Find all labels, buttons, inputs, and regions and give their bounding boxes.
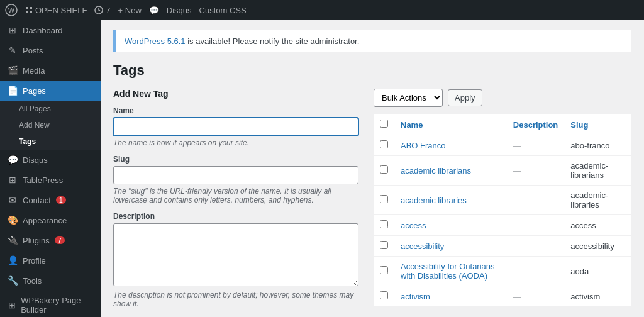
description-group: Description The description is not promi… — [113, 212, 358, 308]
topbar: W OPEN SHELF 7 + New 💬 Disqus Custom CSS — [0, 0, 644, 20]
sidebar-item-dashboard[interactable]: ⊞ Dashboard — [0, 20, 101, 40]
wp-logo[interactable]: W — [5, 4, 18, 16]
sidebar-item-contact[interactable]: ✉ Contact 1 — [0, 190, 101, 210]
name-input[interactable] — [113, 118, 358, 136]
slug-group: Slug The "slug" is the URL-friendly vers… — [113, 155, 358, 204]
apply-button[interactable]: Apply — [448, 89, 482, 106]
add-tag-form: Add New Tag Name The name is how it appe… — [113, 89, 358, 317]
tag-description: — — [513, 221, 521, 230]
tag-slug: aoda — [570, 267, 589, 276]
tag-name-link[interactable]: academic librarians — [401, 166, 471, 175]
tag-name-link[interactable]: accessibility — [401, 242, 444, 251]
update-count[interactable]: 7 — [94, 6, 110, 15]
slug-label: Slug — [113, 155, 358, 164]
slug-hint: The "slug" is the URL-friendly version o… — [113, 187, 358, 204]
description-hint: The description is not prominent by defa… — [113, 291, 358, 308]
table-row: academic librarians — academic-librarian… — [374, 156, 631, 186]
posts-icon: ✎ — [8, 45, 18, 55]
disqus-link[interactable]: Disqus — [167, 6, 192, 15]
wp-update-link[interactable]: WordPress 5.6.1 — [125, 36, 186, 46]
row-description-cell: — — [507, 156, 565, 186]
svg-text:W: W — [8, 6, 15, 14]
pages-submenu: All Pages Add New Tags — [0, 101, 101, 150]
tag-slug: activism — [570, 292, 600, 301]
slug-input[interactable] — [113, 166, 358, 184]
sidebar-item-profile[interactable]: 👤 Profile — [0, 250, 101, 270]
row-checkbox[interactable] — [380, 195, 388, 203]
row-checkbox[interactable] — [380, 140, 388, 148]
slug-col-header[interactable]: Slug — [564, 114, 631, 135]
sidebar-item-posts[interactable]: ✎ Posts — [0, 40, 101, 60]
tags-table: Name Description Slug — [374, 114, 631, 307]
description-label: Description — [113, 212, 358, 221]
tag-slug: abo-franco — [570, 141, 609, 150]
table-row: activism — activism — [374, 286, 631, 307]
sidebar-item-tablepress[interactable]: ⊞ TablePress — [0, 170, 101, 190]
svg-rect-3 — [30, 7, 32, 9]
sidebar-item-tags[interactable]: Tags — [0, 133, 101, 150]
row-checkbox-cell — [374, 156, 394, 186]
check-all-checkbox[interactable] — [380, 120, 388, 128]
sidebar-item-media[interactable]: 🎬 Media — [0, 60, 101, 81]
tag-name-link[interactable]: activism — [401, 292, 430, 301]
row-name-cell: activism — [394, 286, 507, 307]
sidebar-item-pages[interactable]: 📄 Pages — [0, 81, 101, 101]
tag-description: — — [513, 166, 521, 175]
row-slug-cell: aoda — [564, 257, 631, 286]
row-checkbox[interactable] — [380, 165, 388, 174]
sidebar-item-all-pages[interactable]: All Pages — [0, 101, 101, 117]
row-checkbox[interactable] — [380, 291, 388, 299]
description-input[interactable] — [113, 223, 358, 286]
row-checkbox-cell — [374, 135, 394, 156]
tag-name-link[interactable]: access — [401, 221, 426, 230]
tag-description: — — [513, 267, 521, 276]
row-description-cell: — — [507, 286, 565, 307]
tag-description: — — [513, 292, 521, 301]
row-name-cell: accessibility — [394, 236, 507, 257]
tag-slug: academic-librarians — [570, 161, 608, 180]
contact-badge: 1 — [56, 196, 66, 204]
appearance-icon: 🎨 — [8, 215, 18, 225]
svg-rect-2 — [26, 7, 28, 9]
new-button[interactable]: + New — [118, 6, 142, 15]
row-description-cell: — — [507, 236, 565, 257]
row-checkbox[interactable] — [380, 266, 388, 274]
row-checkbox[interactable] — [380, 220, 388, 228]
media-icon: 🎬 — [8, 65, 18, 75]
sidebar-item-add-new[interactable]: Add New — [0, 117, 101, 133]
row-checkbox[interactable] — [380, 241, 388, 249]
table-row: Accessibility for Ontarians with Disabil… — [374, 257, 631, 286]
name-group: Name The name is how it appears on your … — [113, 106, 358, 147]
row-name-cell: ABO Franco — [394, 135, 507, 156]
disqus-icon: 💬 — [8, 155, 18, 165]
plugins-badge: 7 — [55, 236, 65, 244]
row-name-cell: academic libraries — [394, 186, 507, 215]
row-slug-cell: academic-libraries — [564, 186, 631, 215]
tag-slug: academic-libraries — [570, 191, 608, 209]
tag-description: — — [513, 196, 521, 205]
tag-slug: accessibility — [570, 242, 614, 251]
tag-name-link[interactable]: Accessibility for Ontarians with Disabil… — [401, 262, 495, 281]
custom-css-link[interactable]: Custom CSS — [199, 6, 247, 15]
tablepress-icon: ⊞ — [8, 175, 18, 185]
sidebar-item-wpbakery[interactable]: ⊞ WPBakery Page Builder — [0, 291, 101, 317]
table-row: access — access — [374, 215, 631, 236]
sidebar-item-disqus[interactable]: 💬 Disqus — [0, 150, 101, 170]
tag-description: — — [513, 141, 521, 150]
sidebar-item-appearance[interactable]: 🎨 Appearance — [0, 210, 101, 230]
description-col-header[interactable]: Description — [507, 114, 565, 135]
name-col-header[interactable]: Name — [394, 114, 507, 135]
tag-name-link[interactable]: academic libraries — [401, 196, 467, 205]
sidebar-item-plugins[interactable]: 🔌 Plugins 7 — [0, 230, 101, 250]
row-slug-cell: activism — [564, 286, 631, 307]
tag-name-link[interactable]: ABO Franco — [401, 141, 446, 150]
tools-icon: 🔧 — [8, 275, 18, 286]
site-name[interactable]: OPEN SHELF — [25, 6, 87, 15]
bulk-actions-select[interactable]: Bulk Actions — [374, 89, 443, 107]
pages-icon: 📄 — [8, 86, 18, 96]
sidebar-item-tools[interactable]: 🔧 Tools — [0, 270, 101, 291]
wpbakery-icon: ⊞ — [8, 300, 16, 310]
tag-description: — — [513, 242, 521, 251]
sidebar: ⊞ Dashboard ✎ Posts 🎬 Media 📄 Pages All … — [0, 20, 101, 317]
row-checkbox-cell — [374, 236, 394, 257]
